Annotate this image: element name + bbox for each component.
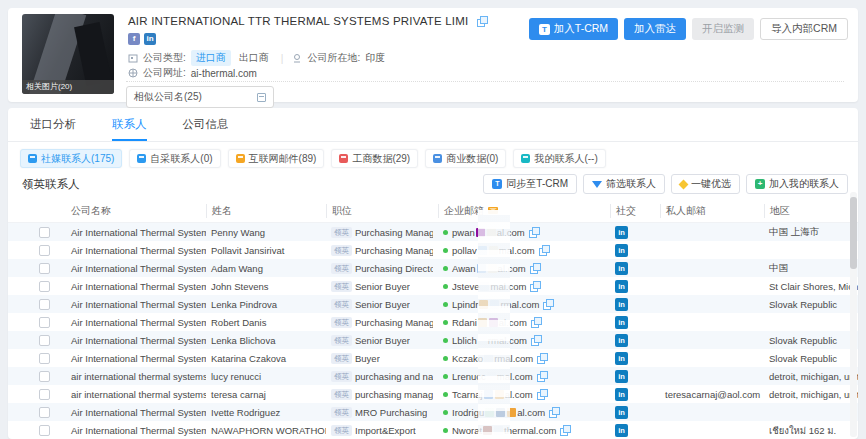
row-checkbox[interactable] [39, 245, 50, 256]
tab-import-analysis[interactable]: 进口分析 [30, 117, 76, 141]
email-suffix: al.com [505, 389, 533, 400]
region-cell: Slovak Republic [764, 335, 858, 346]
add-my-contacts-button[interactable]: +加入我的联系人 [746, 174, 848, 194]
name-cell: NAWAPHORN WORATHONGCHAI [206, 425, 326, 436]
col-region[interactable]: 地区 [764, 204, 858, 218]
col-corporate-email[interactable]: 企业邮箱 [438, 204, 610, 218]
row-checkbox[interactable] [39, 281, 50, 292]
linkedin-icon[interactable]: in [615, 244, 628, 257]
email-cell: pwanal.com [438, 227, 610, 238]
table-row: air international thermal systemsteresa … [8, 385, 858, 403]
linkedin-icon[interactable]: in [615, 334, 628, 347]
table-row: Air International Thermal SystemsLenka P… [8, 295, 858, 313]
linkedin-badge: 领英 [331, 407, 352, 418]
row-checkbox[interactable] [39, 353, 50, 364]
row-checkbox[interactable] [39, 407, 50, 418]
import-crm-button[interactable]: 导入内部CRM [760, 18, 848, 40]
copy-icon[interactable] [539, 245, 549, 256]
name-cell: Pollavit Jansirivat [206, 245, 326, 256]
tab-contacts[interactable]: 联系人 [112, 117, 147, 141]
linkedin-icon[interactable]: in [615, 316, 628, 329]
copy-icon[interactable] [529, 227, 539, 238]
private-email-cell: teresacarnaj@aol.com [660, 389, 764, 400]
row-checkbox[interactable] [39, 389, 50, 400]
linkedin-badge: 领英 [331, 281, 352, 292]
col-position[interactable]: 职位 [326, 204, 438, 218]
copy-icon[interactable] [543, 299, 553, 310]
linkedin-icon[interactable]: in [615, 388, 628, 401]
region-cell: เชียงใหม่ 162 ม. [764, 423, 858, 438]
col-company[interactable]: 公司名称 [66, 204, 206, 218]
copy-icon[interactable] [477, 16, 487, 27]
copy-icon[interactable] [530, 281, 540, 292]
row-checkbox[interactable] [39, 425, 50, 436]
flag-icon [28, 154, 37, 163]
similar-company-label: 相似公司名(25) [134, 90, 202, 104]
name-cell: Adam Wang [206, 263, 326, 274]
col-private-email[interactable]: 私人邮箱 [660, 204, 764, 218]
filter-contacts-button[interactable]: 筛选联系人 [583, 174, 665, 194]
row-checkbox[interactable] [39, 317, 50, 328]
scrollbar-thumb[interactable] [850, 197, 857, 269]
linkedin-icon[interactable]: in [615, 370, 628, 383]
sync-tcrm-button[interactable]: T同步至T-CRM [483, 174, 577, 194]
email-prefix: Rdani [452, 317, 477, 328]
row-checkbox[interactable] [39, 371, 50, 382]
copy-icon[interactable] [549, 407, 559, 418]
pill-business-registry[interactable]: 工商数据(29) [331, 149, 418, 168]
row-checkbox[interactable] [39, 263, 50, 274]
table-scrollbar[interactable] [850, 192, 857, 437]
row-checkbox[interactable] [39, 227, 50, 238]
website-link[interactable]: ai-thermal.com [191, 68, 257, 79]
add-radar-button[interactable]: 加入雷达 [624, 18, 686, 40]
email-cell: Nworatthermal.com [438, 425, 610, 436]
pill-internet-emails[interactable]: 互联网邮件(89) [228, 149, 325, 168]
email-cell: Rdanial.com [438, 317, 610, 328]
location-label: 公司所在地: [307, 51, 360, 65]
linkedin-icon[interactable]: in [615, 352, 628, 365]
email-cell: pollavmal.com [438, 245, 610, 256]
copy-icon[interactable] [531, 335, 541, 346]
one-click-select-button[interactable]: 一键优选 [671, 174, 740, 194]
pill-my-contacts[interactable]: 我的联系人(--) [513, 149, 605, 168]
col-name[interactable]: 姓名 [206, 204, 326, 218]
row-checkbox[interactable] [39, 299, 50, 310]
copy-icon[interactable] [530, 263, 540, 274]
linkedin-icon[interactable]: in [615, 424, 628, 437]
col-social[interactable]: 社交 [610, 204, 660, 218]
copy-icon[interactable] [560, 425, 570, 436]
tab-company-info[interactable]: 公司信息 [183, 117, 229, 141]
related-images-badge[interactable]: 相关图片(20) [22, 80, 114, 94]
linkedin-icon[interactable]: in [615, 280, 628, 293]
add-tcrm-button[interactable]: T加入T-CRM [529, 18, 618, 40]
divider: | [281, 53, 284, 64]
email-prefix: Tcarnaj [452, 389, 483, 400]
linkedin-icon[interactable]: in [144, 33, 156, 45]
copy-icon[interactable] [537, 371, 547, 382]
similar-company-select[interactable]: 相似公司名(25) [126, 86, 274, 99]
importer-tag[interactable]: 进口商 [191, 50, 231, 66]
table-row: air international thermal systemslucy re… [8, 367, 858, 385]
position-cell: MRO Purchasing [355, 407, 427, 418]
pill-social-contacts[interactable]: 社媒联系人(175) [20, 149, 122, 168]
table-body: Air International Thermal SystemsPenny W… [8, 223, 858, 439]
name-cell: teresa carnaj [206, 389, 326, 400]
page: { "colors": { "accent": "#1890ff", "dot_… [0, 0, 866, 439]
pill-selfcollected-contacts[interactable]: 自采联系人(0) [129, 149, 220, 168]
linkedin-icon[interactable]: in [615, 298, 628, 311]
linkedin-icon[interactable]: in [615, 406, 628, 419]
linkedin-icon[interactable]: in [615, 226, 628, 239]
pill-commercial-data[interactable]: 商业数据(0) [425, 149, 506, 168]
mail-icon [488, 207, 498, 214]
company-cell: Air International Thermal Systems [66, 227, 206, 238]
copy-icon[interactable] [531, 317, 541, 328]
company-photo[interactable]: 相关图片(20) [22, 14, 114, 94]
exporter-tag[interactable]: 出口商 [236, 50, 272, 66]
facebook-icon[interactable]: f [128, 33, 140, 45]
copy-icon[interactable] [537, 389, 547, 400]
linkedin-icon[interactable]: in [615, 262, 628, 275]
row-checkbox[interactable] [39, 335, 50, 346]
sync-icon: T [492, 179, 502, 189]
start-monitor-button[interactable]: 开启监测 [692, 18, 754, 40]
copy-icon[interactable] [537, 353, 547, 364]
